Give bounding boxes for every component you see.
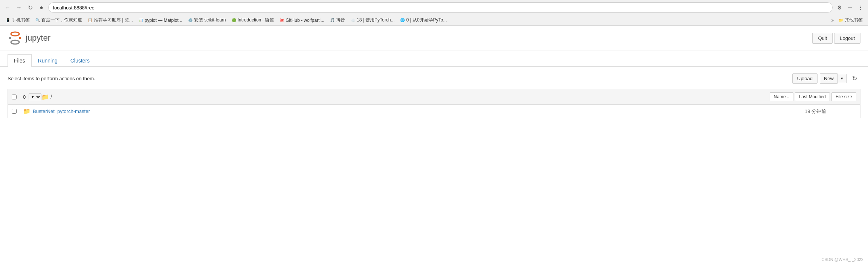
bookmark-icon-1: 📱 <box>5 18 11 23</box>
new-button[interactable]: New <box>820 73 837 84</box>
files-actions: Upload New ▾ ↻ <box>792 73 860 84</box>
bookmark-label-3: 推荐学习顺序 | 莫... <box>94 17 133 23</box>
sort-by-name-button[interactable]: Name ↓ <box>770 92 793 101</box>
table-row: 📁 BusterNet_pytorch-master 19 分钟前 <box>8 105 860 118</box>
header-checkbox-wrapper <box>12 95 23 99</box>
bookmark-item-1[interactable]: 📱 手机书签 <box>3 16 32 24</box>
bookmark-icon-7: 🐙 <box>279 18 284 23</box>
bookmark-label-5: 安装 scikit-learn <box>194 17 226 23</box>
profile-button[interactable]: ─ <box>845 3 854 12</box>
bookmark-item-3[interactable]: 📋 推荐学习顺序 | 莫... <box>85 16 135 24</box>
bookmark-label-7: GitHub - wolfparti... <box>286 18 324 23</box>
files-toolbar: Select items to perform actions on them.… <box>8 73 860 84</box>
row-checkbox-wrapper <box>12 109 23 114</box>
page-content: jupyter Quit Logout Files Running Cluste… <box>0 26 868 244</box>
svg-point-2 <box>9 37 11 39</box>
menu-button[interactable]: ⋮ <box>856 3 865 12</box>
files-info-text: Select items to perform actions on them. <box>8 76 95 81</box>
jupyter-header: jupyter Quit Logout <box>0 26 868 50</box>
jupyter-logo: jupyter <box>8 31 50 46</box>
jupyter-logo-text: jupyter <box>26 33 50 43</box>
tab-clusters[interactable]: Clusters <box>64 54 96 67</box>
bookmark-item-10[interactable]: 🌐 0 | 从0开始学PyTo... <box>397 16 449 24</box>
home-button[interactable]: ● <box>37 3 46 12</box>
bookmark-item-7[interactable]: 🐙 GitHub - wolfparti... <box>277 17 327 24</box>
file-name-link[interactable]: BusterNet_pytorch-master <box>33 108 770 114</box>
bookmark-icon-8: 🎵 <box>330 18 335 23</box>
jupyter-logo-icon <box>8 31 23 46</box>
bookmarks-bar: 📱 手机书签 🔍 百度一下，你就知道 📋 推荐学习顺序 | 莫... 📊 pyp… <box>0 15 868 26</box>
sort-by-modified-button[interactable]: Last Modified <box>795 92 830 101</box>
bookmark-label-4: pyplot — Matplot... <box>145 18 182 23</box>
folder-icon-header: 📁 <box>41 93 49 101</box>
bookmark-label-10: 0 | 从0开始学PyTo... <box>406 17 447 23</box>
bookmark-item-9[interactable]: ☁️ 18 | 使用PyTorch... <box>348 16 397 24</box>
bookmark-label-1: 手机书签 <box>12 17 30 23</box>
folder-icon: 📁 <box>838 18 844 23</box>
bookmarks-folder[interactable]: 📁 其他书签 <box>836 16 865 24</box>
svg-point-1 <box>11 40 19 44</box>
breadcrumb-slash: / <box>50 94 52 100</box>
bookmark-icon-6: 🟢 <box>231 18 237 23</box>
bookmark-icon-4: 📊 <box>138 18 144 23</box>
sort-dropdown[interactable]: ▾ <box>29 93 41 100</box>
reload-button[interactable]: ↻ <box>26 3 35 12</box>
bookmarks-more-button[interactable]: » <box>830 17 835 24</box>
bookmark-icon-9: ☁️ <box>350 18 356 23</box>
svg-point-3 <box>19 37 21 39</box>
tab-files[interactable]: Files <box>8 54 32 67</box>
bookmark-icon-2: 🔍 <box>35 18 40 23</box>
tabs-bar: Files Running Clusters <box>0 54 868 67</box>
bookmark-label-2: 百度一下，你就知道 <box>41 17 82 23</box>
last-modified-col-label: Last Modified <box>799 94 826 99</box>
files-area: Select items to perform actions on them.… <box>0 67 868 124</box>
row-checkbox[interactable] <box>12 109 17 114</box>
file-modified-time: 19 分钟前 <box>770 108 826 115</box>
header-buttons: Quit Logout <box>812 33 860 44</box>
header-columns: Name ↓ Last Modified File size <box>770 92 856 101</box>
folder-icon: 📁 <box>23 108 31 115</box>
name-col-label: Name <box>774 94 786 99</box>
bookmark-label-6: Introduction · 语雀 <box>238 17 274 23</box>
bookmark-item-2[interactable]: 🔍 百度一下，你就知道 <box>33 16 84 24</box>
new-dropdown-button[interactable]: ▾ <box>837 74 847 83</box>
file-count: 0 <box>23 94 26 100</box>
header-path: 📁 / <box>41 93 769 101</box>
svg-point-0 <box>11 32 19 36</box>
bookmark-item-8[interactable]: 🎵 抖音 <box>327 16 347 24</box>
bookmark-icon-5: ⚙️ <box>188 18 193 23</box>
logout-button[interactable]: Logout <box>834 33 860 44</box>
file-table-header-row: 0 ▾ 📁 / Name ↓ Last Modified <box>8 89 860 105</box>
bookmarks-folder-label: 其他书签 <box>845 17 863 23</box>
quit-button[interactable]: Quit <box>812 33 833 44</box>
address-bar[interactable] <box>48 2 833 13</box>
forward-button[interactable]: → <box>14 3 23 12</box>
back-button[interactable]: ← <box>3 3 12 12</box>
bookmark-icon-3: 📋 <box>87 18 93 23</box>
extensions-button[interactable]: ⚙ <box>835 3 844 12</box>
sort-by-size-button[interactable]: File size <box>831 92 856 101</box>
upload-button[interactable]: Upload <box>792 73 818 84</box>
name-sort-icon: ↓ <box>787 94 789 99</box>
tab-running[interactable]: Running <box>32 54 64 67</box>
bookmark-icon-10: 🌐 <box>400 18 405 23</box>
bookmark-item-5[interactable]: ⚙️ 安装 scikit-learn <box>185 16 228 24</box>
new-btn-wrapper: New ▾ <box>820 73 847 84</box>
bookmark-label-8: 抖音 <box>336 17 345 23</box>
file-table: 0 ▾ 📁 / Name ↓ Last Modified <box>8 89 860 118</box>
bookmark-item-4[interactable]: 📊 pyplot — Matplot... <box>136 17 185 24</box>
bookmark-item-6[interactable]: 🟢 Introduction · 语雀 <box>229 16 277 24</box>
file-size-col-label: File size <box>836 94 852 99</box>
browser-chrome: ← → ↻ ● ⚙ ─ ⋮ 📱 手机书签 🔍 百度一下，你就知道 📋 推荐学习顺… <box>0 0 868 26</box>
browser-nav: ← → ↻ ● ⚙ ─ ⋮ <box>0 0 868 15</box>
bookmark-label-9: 18 | 使用PyTorch... <box>357 17 394 23</box>
select-all-checkbox[interactable] <box>12 95 17 99</box>
refresh-button[interactable]: ↻ <box>849 73 860 84</box>
browser-actions: ⚙ ─ ⋮ <box>835 3 865 12</box>
